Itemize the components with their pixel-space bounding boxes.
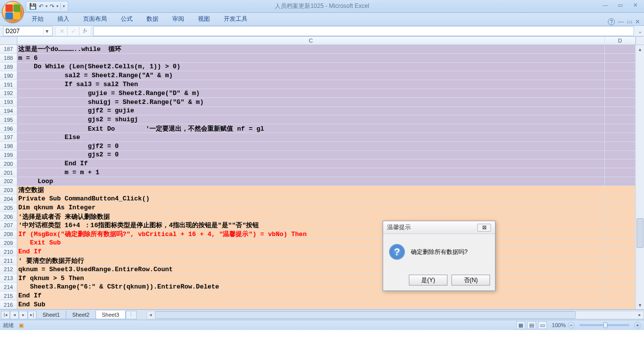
name-box[interactable]: D207 ▾ — [3, 26, 52, 36]
scroll-up-icon[interactable]: ▲ — [636, 45, 644, 53]
cell[interactable]: Loop — [17, 177, 605, 186]
cell[interactable] — [605, 159, 636, 168]
ribbon-tab-7[interactable]: 开发工具 — [217, 13, 254, 25]
office-button[interactable] — [2, 1, 24, 23]
cell[interactable]: Exit Do '一定要退出，不然会重新赋值 nf = gl — [17, 124, 605, 133]
redo-icon[interactable]: ↷ — [50, 3, 54, 10]
cell[interactable]: m = 6 — [17, 54, 605, 62]
row-header[interactable]: 206 — [0, 212, 17, 221]
cell[interactable]: Else — [17, 133, 605, 142]
row-header[interactable]: 211 — [0, 256, 17, 265]
row-header[interactable]: 191 — [0, 80, 17, 89]
doc-minimize-icon[interactable]: — — [618, 18, 624, 25]
view-pagebreak-button[interactable]: ▭ — [538, 321, 547, 329]
no-button[interactable]: 否(N) — [451, 275, 490, 286]
cell[interactable] — [605, 265, 636, 274]
dialog-close-button[interactable]: ⊠ — [477, 224, 491, 232]
macro-record-icon[interactable]: ▣ — [19, 322, 24, 329]
row-header[interactable]: 199 — [0, 151, 17, 160]
sheet-tab-sheet3[interactable]: Sheet3 — [96, 311, 126, 319]
cell[interactable]: Sheet3.Range("6:" & CStr(qknum)).EntireR… — [17, 283, 605, 291]
zoom-handle[interactable] — [603, 322, 607, 328]
cell[interactable] — [605, 63, 636, 71]
row-header[interactable]: 196 — [0, 124, 17, 133]
row-header[interactable]: 197 — [0, 133, 17, 142]
row-header[interactable]: 192 — [0, 89, 17, 98]
row-header[interactable]: 194 — [0, 107, 17, 116]
zoom-level[interactable]: 100% — [552, 322, 566, 328]
select-all-cell[interactable] — [0, 37, 17, 45]
doc-restore-icon[interactable]: ▭ — [627, 18, 632, 25]
zoom-out-icon[interactable]: − — [568, 322, 575, 329]
row-header[interactable]: 204 — [0, 195, 17, 204]
row-header[interactable]: 210 — [0, 247, 17, 256]
cell[interactable]: gujie = Sheet2.Range("D" & m) — [17, 89, 605, 97]
row-header[interactable]: 190 — [0, 71, 17, 80]
fx-button[interactable]: fx — [79, 26, 91, 36]
scroll-right-icon[interactable]: ▸ — [636, 311, 644, 319]
cell[interactable] — [605, 124, 636, 133]
yes-button[interactable]: 是(Y) — [409, 275, 447, 286]
cell[interactable] — [605, 212, 636, 221]
ribbon-tab-0[interactable]: 开始 — [25, 13, 50, 25]
undo-icon[interactable]: ↶ — [39, 3, 44, 10]
dialog-title-bar[interactable]: 温馨提示 ⊠ — [383, 221, 495, 234]
ribbon-tab-1[interactable]: 插入 — [50, 13, 76, 25]
chevron-down-icon[interactable]: ▾ — [43, 28, 50, 35]
cell[interactable]: '中对话框类型 16+4 ：16指图标类型是停止图标，4指出现的按钮是"是""否… — [17, 221, 605, 230]
row-header[interactable]: 213 — [0, 274, 17, 283]
dropdown-icon[interactable]: ▾ — [46, 4, 48, 8]
cell[interactable] — [605, 300, 636, 309]
cell[interactable] — [605, 133, 636, 142]
cell[interactable]: '选择是或者否 来确认删除数据 — [17, 212, 605, 221]
cell[interactable] — [605, 177, 636, 186]
cell[interactable] — [605, 89, 636, 97]
cell[interactable]: m = m + 1 — [17, 168, 605, 177]
cell[interactable]: gjf2 = 0 — [17, 142, 605, 150]
cell[interactable] — [605, 168, 636, 177]
cell[interactable]: sal2 = Sheet2.Range("A" & m) — [17, 71, 605, 80]
view-normal-button[interactable]: ▦ — [516, 321, 525, 329]
maximize-button[interactable]: ▭ — [613, 1, 627, 9]
row-header[interactable]: 209 — [0, 239, 17, 248]
row-header[interactable]: 202 — [0, 177, 17, 186]
sheet-nav-next[interactable]: ▸ — [19, 311, 28, 319]
expand-formula-icon[interactable]: ⌄ — [636, 28, 644, 35]
horizontal-scrollbar[interactable]: ◂ ▸ — [147, 311, 644, 319]
sheet-tab-sheet2[interactable]: Sheet2 — [66, 311, 96, 319]
cell[interactable]: gjs2 = 0 — [17, 151, 605, 159]
ribbon-tab-2[interactable]: 页面布局 — [76, 13, 114, 25]
cell[interactable] — [605, 274, 636, 283]
cell[interactable]: ' 要清空的数据开始行 — [17, 256, 605, 265]
cell[interactable] — [605, 142, 636, 150]
row-header[interactable]: 188 — [0, 54, 17, 63]
cell[interactable] — [605, 45, 636, 53]
ribbon-tab-5[interactable]: 审阅 — [165, 13, 191, 25]
cell[interactable] — [605, 80, 636, 89]
cell[interactable] — [605, 239, 636, 247]
view-layout-button[interactable]: ▤ — [527, 321, 536, 329]
scroll-down-icon[interactable]: ▼ — [636, 301, 644, 309]
sheet-nav-prev[interactable]: ◂ — [10, 311, 19, 319]
cell[interactable]: If (MsgBox("确定删除所有数据吗?", vbCritical + 16… — [17, 230, 605, 239]
zoom-slider[interactable] — [580, 324, 629, 326]
cell[interactable]: Do While (Len(Sheet2.Cells(m, 1)) > 0) — [17, 63, 605, 71]
cell[interactable]: gjs2 = shuigj — [17, 115, 605, 124]
scroll-left-icon[interactable]: ◂ — [147, 311, 155, 319]
cell[interactable]: 清空数据 — [17, 186, 605, 194]
hscroll-thumb[interactable] — [155, 311, 576, 319]
cell[interactable] — [605, 291, 636, 300]
cell[interactable]: Exit Sub — [17, 239, 605, 247]
cell[interactable]: qknum = Sheet3.UsedRange.EntireRow.Count — [17, 265, 605, 274]
cell[interactable] — [605, 107, 636, 115]
cell[interactable] — [605, 283, 636, 291]
cell[interactable] — [605, 186, 636, 194]
row-header[interactable]: 216 — [0, 300, 17, 309]
cell[interactable] — [605, 115, 636, 124]
cell[interactable] — [605, 98, 636, 106]
cell[interactable]: 这里是一个do…………..while 循环 — [17, 45, 605, 53]
dropdown-icon[interactable]: ▾ — [56, 4, 58, 8]
zoom-in-icon[interactable]: + — [634, 322, 641, 329]
cell[interactable]: If sal3 = sal2 Then — [17, 80, 605, 89]
cell[interactable]: If qknum > 5 Then — [17, 274, 605, 283]
